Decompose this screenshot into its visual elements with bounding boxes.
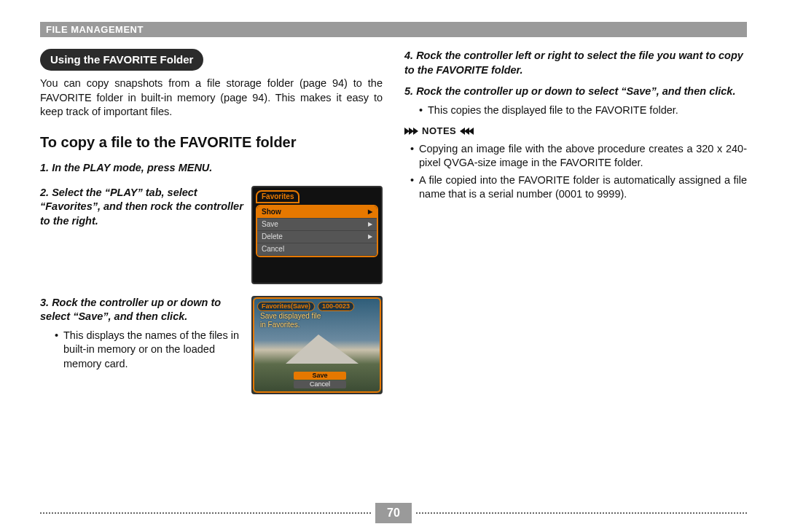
shot2-title: Favorites(Save): [257, 302, 315, 311]
triangles-left-icon: [461, 128, 474, 135]
notes-heading: NOTES: [404, 125, 747, 138]
step-5-sub: This copies the displayed file to the FA…: [419, 103, 747, 118]
manual-page: File Management Using the FAVORITE Folde…: [0, 0, 787, 532]
content-columns: Using the FAVORITE Folder You can copy s…: [40, 49, 747, 406]
step-3-sub: This displays the names of the files in …: [55, 329, 244, 372]
shot2-overlay: Favorites(Save) 100-0023 Save displayed …: [253, 297, 381, 393]
step-3-text: Rock the controller up or down to select…: [40, 297, 221, 323]
shot2-btn-cancel: Cancel: [294, 380, 346, 388]
step-1: In the PLAY mode, press MENU.: [40, 161, 383, 176]
chevron-right-icon: ▶: [368, 209, 372, 215]
note-1: Copying an image file with the above pro…: [410, 142, 747, 171]
step-5-bullets: This copies the displayed file to the FA…: [404, 103, 747, 118]
shot2-btn-save: Save: [294, 372, 346, 380]
step-5: Rock the controller up or down to select…: [404, 85, 747, 117]
shot1-item-show: Show▶: [257, 206, 377, 219]
footer-line-left: [40, 512, 371, 514]
step-3-number: 3.: [40, 297, 52, 308]
screenshot-favorites-menu: Favorites Show▶ Save▶ Delete▶ Cancel: [251, 186, 383, 284]
footer: 70: [40, 503, 747, 523]
page-number: 70: [375, 503, 412, 523]
steps-right: Rock the controller left or right to sel…: [404, 49, 747, 117]
right-column: Rock the controller left or right to sel…: [404, 49, 747, 406]
procedure-heading: To copy a file to the FAVORITE folder: [40, 133, 383, 152]
shot1-tab: Favorites: [256, 190, 299, 203]
step-5-text: Rock the controller up or down to select…: [416, 85, 735, 97]
note-2: A file copied into the FAVORITE folder i…: [410, 173, 747, 202]
step-2-text: Select the “PLAY” tab, select “Favorites…: [40, 187, 243, 227]
section-header: File Management: [40, 22, 747, 37]
notes-list: Copying an image file with the above pro…: [404, 142, 747, 202]
shot1-item-delete: Delete▶: [257, 231, 377, 243]
shot2-title-bar: Favorites(Save) 100-0023: [257, 302, 377, 311]
section-pill: Using the FAVORITE Folder: [40, 49, 203, 71]
shot1-item-delete-label: Delete: [262, 233, 283, 240]
step-1-text: In the PLAY mode, press MENU.: [52, 162, 212, 173]
step-3-text-block: 3. Rock the controller up or down to sel…: [40, 296, 244, 375]
screenshot-save-preview: Favorites(Save) 100-0023 Save displayed …: [251, 296, 383, 394]
step-4-text: Rock the controller left or right to sel…: [404, 50, 743, 76]
step-2-number: 2.: [40, 187, 52, 198]
left-column: Using the FAVORITE Folder You can copy s…: [40, 49, 383, 406]
triangles-right-icon: [404, 128, 418, 135]
intro-text: You can copy snapshots from a file stora…: [40, 77, 383, 120]
shot1-menu: Show▶ Save▶ Delete▶ Cancel: [256, 205, 378, 257]
chevron-right-icon: ▶: [368, 234, 372, 240]
chevron-right-icon: ▶: [368, 222, 372, 227]
shot1-item-save: Save▶: [257, 219, 377, 231]
step-2-row: 2. Select the “PLAY” tab, select “Favori…: [40, 186, 383, 284]
shot2-msg1: Save displayed file: [257, 313, 377, 320]
shot2-counter: 100-0023: [318, 302, 354, 311]
shot1-item-show-label: Show: [262, 208, 281, 216]
step-2-text-block: 2. Select the “PLAY” tab, select “Favori…: [40, 186, 244, 229]
steps-left: In the PLAY mode, press MENU.: [40, 161, 383, 176]
shot2-msg2: in Favorites.: [257, 321, 377, 329]
shot1-item-save-label: Save: [262, 221, 278, 228]
shot1-item-cancel: Cancel: [257, 243, 377, 256]
shot1-item-cancel-label: Cancel: [262, 246, 284, 253]
footer-line-right: [416, 512, 747, 514]
shot2-buttons: Save Cancel: [294, 371, 346, 388]
notes-label: NOTES: [422, 125, 456, 138]
step-3-bullets: This displays the names of the files in …: [40, 329, 244, 372]
step-4: Rock the controller left or right to sel…: [404, 49, 747, 77]
step-3-row: 3. Rock the controller up or down to sel…: [40, 296, 383, 394]
